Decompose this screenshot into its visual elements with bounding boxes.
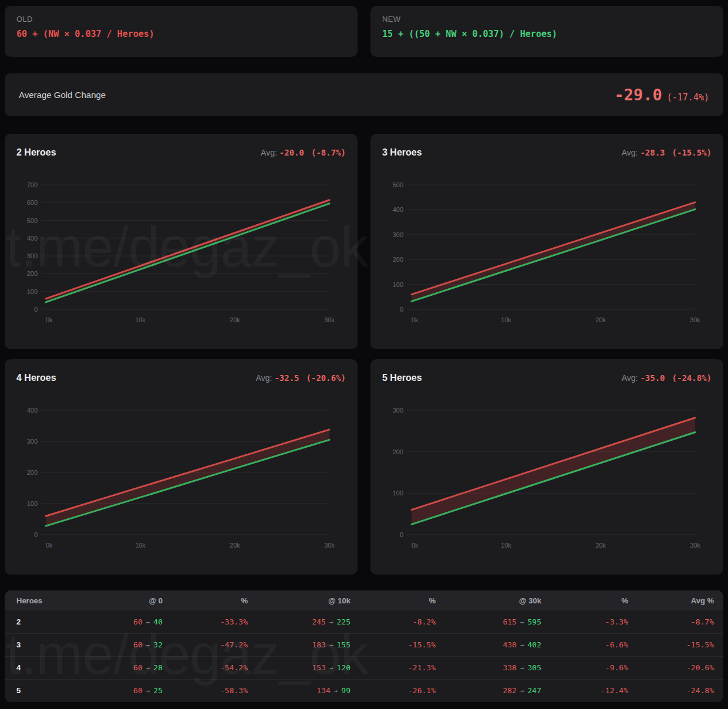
- old-value: 245: [312, 617, 325, 626]
- table-row: 360→32-47.2%183→155-15.5%430→402-6.6%-15…: [5, 633, 723, 656]
- new-formula-label: NEW: [382, 15, 712, 23]
- svg-text:100: 100: [393, 489, 403, 497]
- chart-panel-5-heroes: 5 Heroes Avg:-35.0(-24.8%) 01002003000k1…: [370, 359, 723, 575]
- svg-text:20k: 20k: [595, 316, 606, 323]
- chart-header: 5 Heroes Avg:-35.0(-24.8%): [382, 373, 712, 383]
- results-table-panel: Heroes @ 0 % @ 10k % @ 30k % Avg % 260→4…: [5, 590, 723, 702]
- pct-0-cell: -54.2%: [172, 656, 257, 679]
- avg-label: Avg:: [261, 148, 277, 157]
- at-0-cell: 60→28: [81, 656, 172, 679]
- svg-text:20k: 20k: [230, 316, 240, 323]
- new-value: 32: [153, 640, 163, 649]
- avg-value: -20.0: [279, 148, 304, 157]
- formula-row: OLD 60 + (NW × 0.037 / Heroes) NEW 15 + …: [5, 6, 723, 57]
- new-value: 155: [337, 640, 350, 649]
- avg-label: Avg:: [622, 148, 638, 157]
- new-value: 225: [337, 617, 350, 626]
- percent-value: -12.4%: [601, 686, 628, 695]
- table-header-row: Heroes @ 0 % @ 10k % @ 30k % Avg %: [5, 590, 723, 610]
- chart-header: 2 Heroes Avg:-20.0(-8.7%): [16, 147, 346, 158]
- percent-value: -26.1%: [408, 686, 436, 695]
- new-value: 25: [153, 686, 163, 695]
- old-value: 282: [503, 686, 516, 695]
- new-value: 99: [341, 686, 350, 695]
- table-row: 560→25-58.3%134→99-26.1%282→247-12.4%-24…: [5, 679, 723, 702]
- svg-text:100: 100: [27, 288, 38, 295]
- arrow-icon: →: [146, 664, 150, 672]
- col-avg-pct: Avg %: [638, 590, 723, 610]
- percent-value: -54.2%: [220, 663, 248, 672]
- arrow-icon: →: [146, 619, 150, 626]
- heroes-count-cell: 4: [5, 656, 81, 679]
- avg-percent: (-20.6%): [306, 373, 346, 383]
- percent-value: -8.7%: [691, 617, 714, 626]
- svg-text:200: 200: [27, 270, 38, 277]
- table-header: Heroes @ 0 % @ 10k % @ 30k % Avg %: [5, 590, 723, 610]
- avg-value: -28.3: [640, 148, 665, 157]
- at-30k-cell: 282→247: [445, 679, 551, 702]
- svg-text:20k: 20k: [230, 542, 240, 549]
- chart-panel-3-heroes: 3 Heroes Avg:-28.3(-15.5%) 0100200300400…: [370, 134, 723, 349]
- chart-avg: Avg:-32.5(-20.6%): [256, 373, 346, 383]
- at-30k-cell: 430→402: [445, 633, 551, 656]
- svg-text:200: 200: [27, 469, 38, 476]
- svg-text:500: 500: [27, 217, 38, 224]
- summary-label: Average Gold Change: [19, 90, 106, 100]
- col-at-30k: @ 30k: [445, 590, 551, 610]
- old-formula-label: OLD: [16, 15, 346, 23]
- svg-text:500: 500: [393, 181, 403, 188]
- average-gold-change-bar: Average Gold Change -29.0 (-17.4%): [5, 73, 723, 116]
- svg-text:200: 200: [393, 256, 403, 263]
- percent-value: -21.3%: [408, 663, 436, 672]
- svg-text:200: 200: [393, 448, 403, 455]
- chart-panel-2-heroes: 2 Heroes Avg:-20.0(-8.7%) 01002003004005…: [5, 134, 358, 349]
- svg-text:0: 0: [400, 531, 403, 538]
- table-row: 460→28-54.2%153→120-21.3%338→305-9.6%-20…: [5, 656, 723, 679]
- arrow-icon: →: [146, 687, 150, 695]
- at-30k-cell: 338→305: [445, 656, 551, 679]
- pct-0-cell: -33.3%: [172, 610, 257, 633]
- pct-10k-cell: -15.5%: [360, 633, 445, 656]
- old-value: 615: [503, 617, 516, 626]
- old-formula-card: OLD 60 + (NW × 0.037 / Heroes): [5, 6, 358, 57]
- old-value: 183: [312, 640, 325, 649]
- svg-text:400: 400: [27, 407, 38, 414]
- results-table: Heroes @ 0 % @ 10k % @ 30k % Avg % 260→4…: [5, 590, 723, 702]
- line-chart-4-heroes: 01002003004000k10k20k30k: [16, 401, 346, 555]
- svg-text:30k: 30k: [690, 542, 700, 549]
- svg-text:30k: 30k: [690, 316, 700, 323]
- pct-10k-cell: -21.3%: [360, 656, 445, 679]
- chart-header: 3 Heroes Avg:-28.3(-15.5%): [382, 147, 712, 158]
- svg-text:10k: 10k: [135, 316, 146, 323]
- svg-text:0: 0: [34, 306, 38, 313]
- line-chart-2-heroes: 01002003004005006007000k10k20k30k: [16, 175, 346, 329]
- new-formula: 15 + ((50 + NW × 0.037) / Heroes): [382, 29, 712, 39]
- percent-value: -3.3%: [605, 617, 628, 626]
- at-10k-cell: 134→99: [257, 679, 360, 702]
- percent-value: -6.6%: [605, 640, 628, 649]
- col-pct-10k: %: [360, 590, 445, 610]
- chart-title: 5 Heroes: [382, 373, 422, 383]
- chart-panel-4-heroes: 4 Heroes Avg:-32.5(-20.6%) 0100200300400…: [5, 359, 358, 575]
- svg-text:700: 700: [27, 181, 38, 188]
- heroes-count-cell: 3: [5, 633, 81, 656]
- old-value: 60: [133, 617, 143, 626]
- avg-pct-cell: -24.8%: [638, 679, 723, 702]
- results-table-body: 260→40-33.3%245→225-8.2%615→595-3.3%-8.7…: [5, 610, 723, 702]
- percent-value: -33.3%: [220, 617, 248, 626]
- avg-pct-cell: -8.7%: [638, 610, 723, 633]
- svg-text:30k: 30k: [324, 316, 335, 323]
- svg-text:10k: 10k: [501, 542, 511, 549]
- avg-pct-cell: -15.5%: [638, 633, 723, 656]
- old-value: 430: [503, 640, 516, 649]
- new-value: 120: [337, 663, 350, 672]
- avg-value: -32.5: [274, 373, 299, 383]
- percent-value: -15.5%: [408, 640, 436, 649]
- svg-text:300: 300: [27, 252, 38, 259]
- arrow-icon: →: [329, 642, 333, 649]
- pct-30k-cell: -9.6%: [551, 656, 638, 679]
- col-at-10k: @ 10k: [257, 590, 360, 610]
- chart-header: 4 Heroes Avg:-32.5(-20.6%): [16, 373, 346, 383]
- heroes-count-cell: 5: [5, 679, 81, 702]
- old-value: 338: [503, 663, 516, 672]
